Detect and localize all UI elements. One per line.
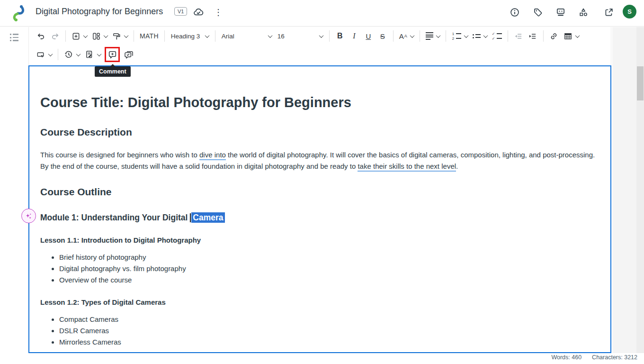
ordered-list-button[interactable]: 1 2: [450, 29, 469, 43]
document-title: Digital Photography for Beginners: [36, 7, 163, 17]
id-card-icon[interactable]: [555, 6, 567, 18]
chevron-down-icon: [104, 33, 108, 38]
layout-button[interactable]: [90, 29, 109, 43]
suggestion-link-1[interactable]: dive into: [199, 151, 226, 160]
textcase-icon: A: [399, 32, 404, 40]
divider: [65, 30, 66, 42]
course-description-paragraph: This course is designed for beginners wh…: [40, 149, 595, 172]
chevron-down-icon: [48, 52, 53, 56]
text-style-button[interactable]: AA: [398, 29, 415, 43]
character-count: Characters: 3212: [592, 354, 637, 361]
underline-button[interactable]: U: [362, 29, 375, 43]
lesson-1-2-heading: Lesson 1.2: Types of Digital Cameras: [40, 298, 599, 306]
editor-canvas[interactable]: Course Title: Digital Photography for Be…: [28, 65, 611, 353]
chevron-down-icon: [205, 33, 209, 38]
italic-button[interactable]: I: [348, 29, 360, 43]
lesson-1-1-list: Brief history of photography Digital pho…: [40, 254, 599, 284]
add-comment-button[interactable]: [106, 47, 118, 62]
undo-button[interactable]: [35, 29, 47, 43]
chevron-down-icon: [268, 33, 272, 38]
course-outline-heading: Course Outline: [40, 186, 599, 198]
redo-icon: [51, 32, 60, 41]
font-size-select[interactable]: 16: [275, 29, 326, 43]
ai-assist-button[interactable]: [21, 209, 36, 223]
paint-roller-icon: [112, 32, 121, 41]
word-count: Words: 460: [551, 354, 581, 361]
share-export-icon[interactable]: [603, 6, 615, 18]
editor-toolbar: MATH Heading 3 Arial 16 B I U S: [28, 27, 611, 65]
selection-tool-button[interactable]: [35, 47, 54, 62]
checklist-icon: ✓ ✓: [492, 32, 502, 40]
bullet-list-button[interactable]: [471, 29, 489, 43]
more-options-kebab-icon[interactable]: ⋮: [212, 6, 224, 18]
align-button[interactable]: [424, 29, 441, 43]
outline-list-icon[interactable]: [10, 34, 18, 41]
comment-check-icon: [124, 50, 134, 60]
course-description-heading: Course Description: [40, 127, 599, 138]
chevron-down-icon: [575, 33, 580, 38]
checklist-button[interactable]: ✓ ✓: [491, 29, 503, 43]
suggestion-link-2[interactable]: take their skills to the next level: [358, 162, 456, 172]
document-body: Course Title: Digital Photography for Be…: [29, 95, 610, 346]
divider: [508, 30, 508, 42]
divider: [543, 30, 544, 42]
numbered-list-icon: 1 2: [452, 32, 461, 40]
history-button[interactable]: [63, 47, 81, 62]
strikethrough-button[interactable]: S: [376, 29, 389, 43]
chevron-down-icon: [436, 33, 440, 38]
divider: [393, 30, 394, 42]
cloud-sync-icon[interactable]: [192, 6, 205, 18]
course-title-heading: Course Title: Digital Photography for Be…: [40, 95, 599, 110]
chevron-down-icon: [319, 33, 323, 38]
history-clock-icon: [64, 50, 73, 59]
tag-icon[interactable]: [532, 6, 544, 18]
lesson-1-1-heading: Lesson 1.1: Introduction to Digital Phot…: [40, 236, 599, 244]
divider: [58, 49, 58, 60]
resolve-comments-button[interactable]: [122, 47, 135, 62]
format-painter-button[interactable]: [111, 29, 129, 43]
align-left-icon: [426, 32, 433, 40]
module-1-heading: Module 1: Understanding Your Digital Cam…: [40, 213, 599, 223]
indent-button[interactable]: [527, 29, 539, 43]
paragraph-style-select[interactable]: Heading 3: [168, 29, 212, 43]
chevron-down-icon: [97, 52, 102, 56]
ai-sparkle-icon: [25, 212, 33, 220]
table-icon: [564, 32, 572, 41]
redo-button[interactable]: [49, 29, 61, 43]
toolbar-row-2: [29, 45, 611, 64]
list-item: Compact Cameras: [59, 316, 599, 323]
comment-button-highlight: [105, 47, 120, 62]
status-bar: Words: 460 Characters: 3212: [551, 354, 637, 361]
top-header: Digital Photography for Beginners V1 ⋮: [0, 0, 644, 27]
table-button[interactable]: [562, 29, 581, 43]
outdent-button[interactable]: [512, 29, 525, 43]
divider: [215, 30, 215, 42]
lesson-1-2-list: Compact Cameras DSLR Cameras Mirrorless …: [40, 316, 599, 346]
scrollbar-track[interactable]: [636, 27, 644, 353]
info-icon[interactable]: [509, 6, 521, 18]
chevron-down-icon: [124, 33, 129, 38]
divider: [329, 30, 330, 42]
bold-button[interactable]: B: [334, 29, 346, 43]
user-avatar[interactable]: S: [623, 5, 636, 18]
font-family-select[interactable]: Arial: [219, 29, 275, 43]
notes-edit-button[interactable]: [83, 47, 102, 62]
toolbar-row-1: MATH Heading 3 Arial 16 B I U S: [29, 27, 611, 45]
insert-block-button[interactable]: [70, 29, 89, 43]
shapes-hierarchy-icon[interactable]: [577, 6, 590, 18]
layout-icon: [92, 32, 101, 41]
version-badge[interactable]: V1: [174, 7, 187, 16]
divider: [420, 30, 420, 42]
math-label: MATH: [140, 32, 159, 40]
insert-block-icon: [72, 32, 80, 41]
math-button[interactable]: MATH: [138, 29, 160, 43]
list-item: Digital photography vs. film photography: [59, 265, 599, 273]
list-item: DSLR Cameras: [59, 327, 599, 335]
scrollbar-thumb[interactable]: [637, 66, 644, 100]
selected-text: Camera: [191, 212, 224, 223]
link-button[interactable]: [548, 29, 560, 43]
chevron-down-icon: [83, 33, 88, 38]
chevron-down-icon: [410, 33, 414, 38]
divider: [164, 30, 165, 42]
list-item: Overview of the course: [59, 276, 599, 284]
